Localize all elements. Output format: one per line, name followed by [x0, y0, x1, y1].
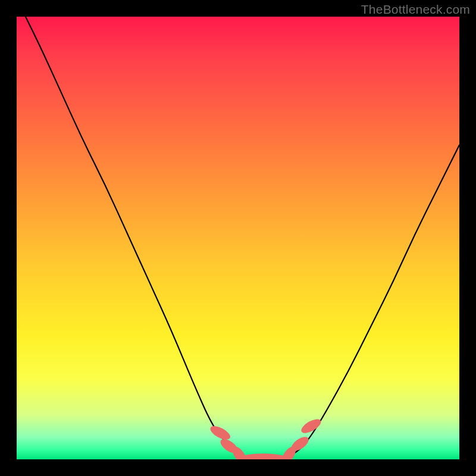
chart-frame: TheBottleneck.com: [0, 0, 476, 476]
bottleneck-curve: [17, 17, 459, 459]
chart-svg: [17, 17, 459, 459]
chart-plot-area: [17, 17, 459, 459]
curve-marker: [208, 424, 232, 443]
curve-marker: [299, 416, 323, 436]
curve-markers: [208, 416, 323, 459]
watermark-text: TheBottleneck.com: [361, 2, 470, 17]
